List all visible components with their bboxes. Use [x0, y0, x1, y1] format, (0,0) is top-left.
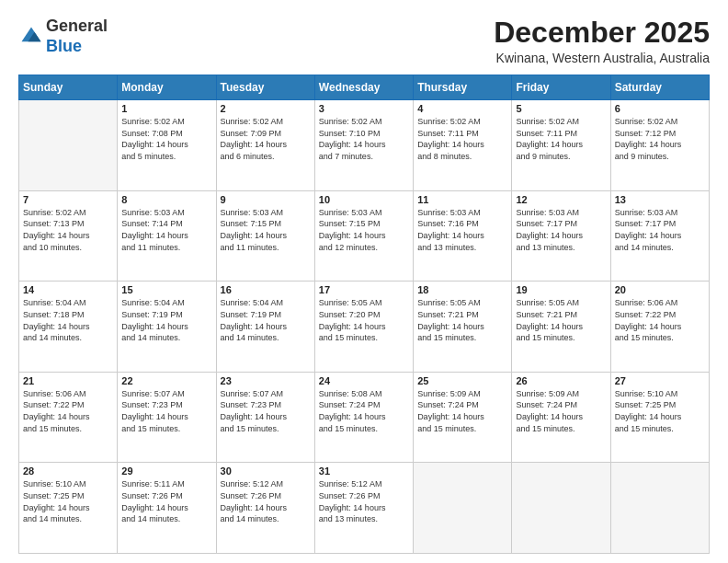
calendar-week-3: 21Sunrise: 5:06 AM Sunset: 7:22 PM Dayli… [19, 372, 710, 463]
day-number: 19 [516, 284, 606, 295]
day-info: Sunrise: 5:05 AM Sunset: 7:21 PM Dayligh… [516, 297, 606, 343]
calendar-day-11: 11Sunrise: 5:03 AM Sunset: 7:16 PM Dayli… [414, 190, 512, 282]
day-info: Sunrise: 5:11 AM Sunset: 7:26 PM Dayligh… [121, 478, 211, 524]
calendar-empty [512, 463, 610, 554]
calendar-day-18: 18Sunrise: 5:05 AM Sunset: 7:21 PM Dayli… [414, 282, 512, 373]
calendar-day-15: 15Sunrise: 5:04 AM Sunset: 7:19 PM Dayli… [118, 282, 216, 373]
header: General Blue December 2025 Kwinana, West… [18, 17, 710, 65]
day-info: Sunrise: 5:02 AM Sunset: 7:10 PM Dayligh… [319, 116, 409, 162]
month-title: December 2025 [494, 17, 710, 49]
calendar-week-2: 14Sunrise: 5:04 AM Sunset: 7:18 PM Dayli… [19, 282, 710, 373]
day-info: Sunrise: 5:07 AM Sunset: 7:23 PM Dayligh… [221, 388, 311, 434]
calendar-day-10: 10Sunrise: 5:03 AM Sunset: 7:15 PM Dayli… [314, 190, 413, 282]
calendar-day-13: 13Sunrise: 5:03 AM Sunset: 7:17 PM Dayli… [610, 190, 709, 282]
day-number: 26 [516, 375, 606, 386]
calendar-day-4: 4Sunrise: 5:02 AM Sunset: 7:11 PM Daylig… [414, 100, 512, 191]
calendar-day-2: 2Sunrise: 5:02 AM Sunset: 7:09 PM Daylig… [216, 100, 314, 191]
day-info: Sunrise: 5:12 AM Sunset: 7:26 PM Dayligh… [221, 478, 311, 524]
calendar-day-25: 25Sunrise: 5:09 AM Sunset: 7:24 PM Dayli… [414, 372, 512, 463]
calendar-week-0: 1Sunrise: 5:02 AM Sunset: 7:08 PM Daylig… [19, 100, 710, 191]
day-info: Sunrise: 5:05 AM Sunset: 7:21 PM Dayligh… [417, 297, 507, 343]
day-info: Sunrise: 5:12 AM Sunset: 7:26 PM Dayligh… [319, 478, 409, 524]
day-info: Sunrise: 5:08 AM Sunset: 7:24 PM Dayligh… [319, 388, 409, 434]
location: Kwinana, Western Australia, Australia [494, 51, 710, 65]
calendar-empty [19, 100, 118, 191]
day-info: Sunrise: 5:09 AM Sunset: 7:24 PM Dayligh… [417, 388, 507, 434]
calendar-day-20: 20Sunrise: 5:06 AM Sunset: 7:22 PM Dayli… [610, 282, 709, 373]
day-info: Sunrise: 5:03 AM Sunset: 7:15 PM Dayligh… [319, 207, 409, 253]
col-header-tuesday: Tuesday [216, 75, 314, 100]
day-number: 20 [615, 284, 705, 295]
day-number: 30 [221, 465, 311, 477]
logo-general-text: General [46, 17, 108, 35]
calendar-week-1: 7Sunrise: 5:02 AM Sunset: 7:13 PM Daylig… [19, 190, 710, 282]
calendar-day-9: 9Sunrise: 5:03 AM Sunset: 7:15 PM Daylig… [216, 190, 314, 282]
calendar-day-16: 16Sunrise: 5:04 AM Sunset: 7:19 PM Dayli… [216, 282, 314, 373]
day-info: Sunrise: 5:07 AM Sunset: 7:23 PM Dayligh… [121, 388, 211, 434]
day-info: Sunrise: 5:04 AM Sunset: 7:19 PM Dayligh… [221, 297, 311, 343]
day-number: 24 [319, 375, 409, 386]
calendar-empty [414, 463, 512, 554]
day-number: 11 [417, 194, 507, 205]
calendar-day-22: 22Sunrise: 5:07 AM Sunset: 7:23 PM Dayli… [118, 372, 216, 463]
day-number: 25 [417, 375, 507, 386]
calendar-day-8: 8Sunrise: 5:03 AM Sunset: 7:14 PM Daylig… [118, 190, 216, 282]
day-number: 3 [319, 103, 409, 114]
day-number: 8 [121, 194, 211, 205]
calendar-day-27: 27Sunrise: 5:10 AM Sunset: 7:25 PM Dayli… [610, 372, 709, 463]
calendar-day-26: 26Sunrise: 5:09 AM Sunset: 7:24 PM Dayli… [512, 372, 610, 463]
calendar-day-14: 14Sunrise: 5:04 AM Sunset: 7:18 PM Dayli… [19, 282, 118, 373]
calendar-day-5: 5Sunrise: 5:02 AM Sunset: 7:11 PM Daylig… [512, 100, 610, 191]
logo-icon [18, 24, 44, 50]
day-info: Sunrise: 5:02 AM Sunset: 7:13 PM Dayligh… [23, 207, 113, 253]
col-header-thursday: Thursday [414, 75, 512, 100]
calendar-week-4: 28Sunrise: 5:10 AM Sunset: 7:25 PM Dayli… [19, 463, 710, 554]
day-number: 16 [221, 284, 311, 295]
day-number: 5 [516, 103, 606, 114]
calendar-table: SundayMondayTuesdayWednesdayThursdayFrid… [18, 75, 710, 554]
day-number: 31 [319, 465, 409, 477]
day-number: 22 [121, 375, 211, 386]
day-number: 14 [23, 284, 113, 295]
col-header-sunday: Sunday [19, 75, 118, 100]
day-info: Sunrise: 5:03 AM Sunset: 7:17 PM Dayligh… [615, 207, 705, 253]
day-number: 17 [319, 284, 409, 295]
calendar-day-3: 3Sunrise: 5:02 AM Sunset: 7:10 PM Daylig… [314, 100, 413, 191]
day-info: Sunrise: 5:06 AM Sunset: 7:22 PM Dayligh… [23, 388, 113, 434]
calendar-day-1: 1Sunrise: 5:02 AM Sunset: 7:08 PM Daylig… [118, 100, 216, 191]
day-info: Sunrise: 5:04 AM Sunset: 7:18 PM Dayligh… [23, 297, 113, 343]
day-info: Sunrise: 5:02 AM Sunset: 7:11 PM Dayligh… [516, 116, 606, 162]
day-number: 6 [615, 103, 705, 114]
day-info: Sunrise: 5:09 AM Sunset: 7:24 PM Dayligh… [516, 388, 606, 434]
day-number: 28 [23, 465, 113, 477]
day-number: 2 [221, 103, 311, 114]
col-header-wednesday: Wednesday [314, 75, 413, 100]
day-number: 10 [319, 194, 409, 205]
logo: General Blue [18, 17, 108, 56]
day-info: Sunrise: 5:06 AM Sunset: 7:22 PM Dayligh… [615, 297, 705, 343]
calendar-empty [610, 463, 709, 554]
calendar-day-28: 28Sunrise: 5:10 AM Sunset: 7:25 PM Dayli… [19, 463, 118, 554]
day-number: 12 [516, 194, 606, 205]
day-number: 23 [221, 375, 311, 386]
page: General Blue December 2025 Kwinana, West… [0, 0, 728, 563]
day-info: Sunrise: 5:03 AM Sunset: 7:15 PM Dayligh… [221, 207, 311, 253]
day-info: Sunrise: 5:10 AM Sunset: 7:25 PM Dayligh… [23, 478, 113, 524]
day-info: Sunrise: 5:02 AM Sunset: 7:08 PM Dayligh… [121, 116, 211, 162]
calendar-header-row: SundayMondayTuesdayWednesdayThursdayFrid… [19, 75, 710, 100]
day-info: Sunrise: 5:03 AM Sunset: 7:17 PM Dayligh… [516, 207, 606, 253]
col-header-monday: Monday [118, 75, 216, 100]
calendar-day-30: 30Sunrise: 5:12 AM Sunset: 7:26 PM Dayli… [216, 463, 314, 554]
col-header-saturday: Saturday [610, 75, 709, 100]
day-number: 21 [23, 375, 113, 386]
day-number: 7 [23, 194, 113, 205]
day-number: 4 [417, 103, 507, 114]
day-info: Sunrise: 5:03 AM Sunset: 7:16 PM Dayligh… [417, 207, 507, 253]
calendar-day-17: 17Sunrise: 5:05 AM Sunset: 7:20 PM Dayli… [314, 282, 413, 373]
day-number: 18 [417, 284, 507, 295]
day-number: 9 [221, 194, 311, 205]
calendar-day-31: 31Sunrise: 5:12 AM Sunset: 7:26 PM Dayli… [314, 463, 413, 554]
calendar-day-21: 21Sunrise: 5:06 AM Sunset: 7:22 PM Dayli… [19, 372, 118, 463]
day-number: 13 [615, 194, 705, 205]
day-info: Sunrise: 5:10 AM Sunset: 7:25 PM Dayligh… [615, 388, 705, 434]
